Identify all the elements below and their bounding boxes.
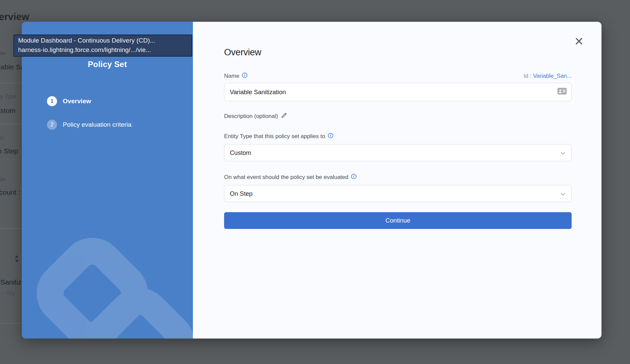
name-input-value: Variable Sanitization [230, 88, 286, 96]
bg-divider [0, 83, 22, 83]
screenshot-root: Overview Name Variable Sanitization Enti… [0, 0, 630, 364]
bg-page-title: Overview [0, 11, 29, 22]
entity-type-value: Custom [230, 149, 251, 157]
link-preview-tooltip: Module Dashboard - Continuous Delivery (… [13, 35, 192, 57]
bg-name-label: Name [0, 50, 6, 56]
info-icon[interactable] [242, 72, 248, 80]
close-button[interactable] [575, 37, 583, 46]
chevron-down-icon [561, 190, 565, 197]
entity-type-label: Entity Type that this policy set applies… [224, 133, 572, 140]
event-select[interactable]: On Step [224, 185, 572, 202]
step-number-badge: 2 [47, 120, 57, 130]
tooltip-url: harness-io.lightning.force.com/lightning… [18, 45, 188, 55]
step-number-badge: 1 [47, 96, 57, 106]
event-value: On Step [230, 190, 253, 197]
info-icon[interactable] [351, 174, 357, 181]
step-label: Policy evaluation criteria [63, 121, 132, 128]
name-label: Name [224, 72, 248, 80]
modal-content: Overview Name Id : Variable_San... [193, 22, 601, 339]
chevron-down-icon [561, 149, 565, 157]
wizard-step-overview[interactable]: 1 Overview [47, 96, 91, 106]
wizard-sidebar: Policy Set 1 Overview 2 Policy evaluatio… [22, 22, 193, 339]
policy-set-modal: Policy Set 1 Overview 2 Policy evaluatio… [22, 22, 601, 339]
entity-id-link[interactable]: Variable_San... [533, 73, 572, 79]
bg-event-value: On Step [0, 147, 18, 155]
tooltip-title: Module Dashboard - Continuous Delivery (… [18, 36, 188, 45]
modal-title: Policy Set [22, 60, 193, 69]
entity-id: Id : Variable_San... [524, 73, 572, 79]
bg-entity-label: Entity Type [0, 94, 16, 100]
bg-divider [0, 228, 22, 229]
sort-icon [15, 255, 19, 264]
entity-type-select[interactable]: Custom [224, 144, 572, 161]
bg-divider [0, 323, 22, 323]
close-icon [575, 42, 583, 47]
harness-logo-watermark [22, 22, 193, 339]
continue-button[interactable]: Continue [224, 212, 572, 229]
bg-table-row-breadcrumb: Project > Org [0, 290, 15, 296]
wizard-step-policy-evaluation-criteria[interactable]: 2 Policy evaluation criteria [47, 120, 132, 130]
name-input[interactable]: Variable Sanitization [224, 83, 572, 101]
bg-event-label: Event [0, 135, 4, 141]
info-icon[interactable] [328, 133, 333, 140]
page-title: Overview [224, 22, 572, 58]
bg-entity-value: Custom [0, 107, 15, 115]
description-label: Description (optional) [224, 112, 572, 120]
bg-divider [0, 124, 22, 124]
bg-account-value: Account : [0, 188, 20, 196]
bg-type-label: Type [0, 176, 5, 182]
step-label: Overview [63, 98, 91, 105]
event-label: On what event should the policy set be e… [224, 174, 572, 181]
id-card-icon[interactable] [558, 88, 567, 96]
pencil-icon[interactable] [281, 112, 287, 120]
